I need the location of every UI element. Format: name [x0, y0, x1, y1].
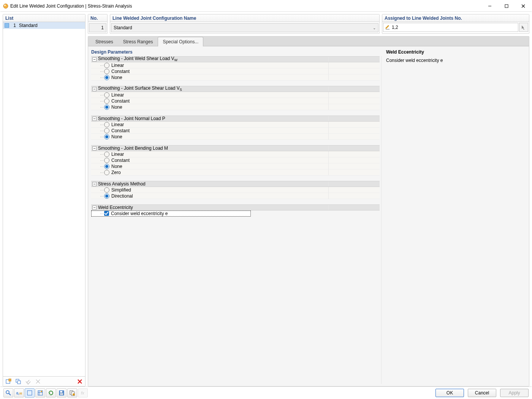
tab-stress-ranges[interactable]: Stress Ranges	[118, 37, 158, 46]
option-constant[interactable]: Constant	[91, 157, 380, 163]
option-linear[interactable]: Linear	[91, 62, 380, 68]
help-title: Weld Eccentricity	[386, 49, 524, 55]
parameter-grid[interactable]: Smoothing - Joint Weld Shear Load VW Lin…	[91, 56, 382, 384]
option-constant[interactable]: Constant	[91, 98, 380, 104]
option-none[interactable]: None	[91, 104, 380, 110]
list-toolbar	[3, 376, 85, 386]
list-item-icon	[5, 23, 9, 28]
svg-point-24	[73, 393, 75, 396]
chevron-down-icon: ⌄	[373, 26, 376, 30]
number-field: No.	[88, 14, 108, 34]
svg-point-1	[4, 5, 6, 6]
group-smoothing-bending-load[interactable]: Smoothing - Joint Bending Load M	[91, 145, 380, 151]
option-none[interactable]: None	[91, 163, 380, 169]
view-mode-2-button[interactable]	[35, 388, 45, 397]
svg-rect-9	[17, 381, 21, 384]
option-none[interactable]: None	[91, 74, 380, 81]
option-linear[interactable]: Linear	[91, 151, 380, 157]
list-header: List	[3, 14, 85, 22]
copy-settings-button[interactable]	[67, 388, 77, 397]
assigned-value: 1,2	[392, 25, 398, 30]
save-template-button[interactable]	[57, 388, 66, 397]
option-simplified[interactable]: Simplified	[91, 187, 380, 193]
pick-objects-button[interactable]	[519, 23, 528, 32]
list-item-label: Standard	[19, 23, 38, 28]
number-input[interactable]	[89, 23, 106, 32]
copy-item-button[interactable]	[14, 377, 23, 386]
tab-stresses[interactable]: Stresses	[90, 37, 118, 46]
refresh-button[interactable]	[46, 388, 56, 397]
list-item[interactable]: 1 Standard	[3, 22, 85, 29]
check-all-button	[24, 377, 33, 386]
close-button[interactable]	[515, 0, 532, 12]
section-title: Design Parameters	[91, 49, 382, 56]
option-none[interactable]: None	[91, 134, 380, 140]
view-mode-1-button[interactable]	[25, 388, 35, 397]
window-title: Edit Line Welded Joint Configuration | S…	[10, 3, 132, 9]
name-combobox[interactable]: Standard ⌄	[111, 23, 378, 32]
function-button: fx	[78, 388, 88, 397]
collapse-icon[interactable]	[92, 57, 97, 62]
option-zero[interactable]: Zero	[91, 169, 380, 176]
tab-special-options[interactable]: Special Options...	[158, 37, 203, 46]
svg-point-12	[6, 391, 9, 394]
svg-rect-7	[9, 379, 11, 381]
option-linear[interactable]: Linear	[91, 92, 380, 98]
option-constant[interactable]: Constant	[91, 128, 380, 134]
assigned-input[interactable]: 1,2	[383, 23, 518, 32]
uncheck-all-button	[33, 377, 43, 386]
collapse-icon[interactable]	[92, 87, 97, 91]
dialog-window: Edit Line Welded Joint Configuration | S…	[0, 0, 532, 399]
right-area: No. Line Welded Joint Configuration Name…	[88, 14, 529, 386]
option-consider-eccentricity[interactable]: Consider weld eccentricity e	[91, 211, 251, 217]
configuration-list[interactable]: 1 Standard	[3, 22, 85, 376]
svg-rect-21	[60, 393, 63, 395]
svg-text:0,: 0,	[16, 391, 19, 395]
new-item-button[interactable]	[4, 377, 13, 386]
option-linear[interactable]: Linear	[91, 122, 380, 128]
minimize-button[interactable]	[481, 0, 498, 12]
assigned-header: Assigned to Line Welded Joints No.	[382, 14, 529, 22]
help-text: Consider weld eccentricity e	[386, 58, 524, 63]
radio-icon	[104, 69, 109, 74]
svg-text:00: 00	[19, 392, 22, 395]
svg-rect-20	[60, 391, 62, 393]
collapse-icon[interactable]	[92, 117, 97, 121]
bottom-toolbar: 0,00 fx OK Cancel Apply	[0, 386, 532, 399]
name-value: Standard	[114, 25, 132, 30]
cancel-button[interactable]: Cancel	[468, 389, 496, 397]
svg-line-13	[9, 393, 11, 395]
checkbox-checked-icon	[104, 211, 109, 216]
option-constant[interactable]: Constant	[91, 68, 380, 74]
svg-point-0	[3, 4, 8, 8]
group-smoothing-normal-load[interactable]: Smoothing - Joint Normal Load P	[91, 116, 380, 122]
option-directional[interactable]: Directional	[91, 193, 380, 199]
find-button[interactable]	[3, 388, 13, 397]
svg-point-18	[41, 391, 42, 392]
group-stress-analysis-method[interactable]: Stress Analysis Method	[91, 181, 380, 187]
units-button[interactable]: 0,00	[14, 388, 24, 397]
apply-button: Apply	[500, 389, 529, 397]
collapse-icon[interactable]	[92, 206, 97, 210]
list-panel: List 1 Standard	[3, 14, 86, 386]
assigned-field: Assigned to Line Welded Joints No. 1,2	[382, 14, 529, 34]
help-panel: Weld Eccentricity Consider weld eccentri…	[382, 46, 529, 386]
group-smoothing-surface-shear[interactable]: Smoothing - Joint Surface Shear Load VS	[91, 86, 380, 92]
parameters-column: Design Parameters Smoothing - Joint Weld…	[88, 46, 382, 386]
delete-item-button[interactable]	[75, 377, 84, 386]
tabs-container: Stresses Stress Ranges Special Options..…	[88, 36, 529, 386]
maximize-button[interactable]	[498, 0, 515, 12]
ok-button[interactable]: OK	[435, 389, 464, 397]
collapse-icon[interactable]	[92, 146, 97, 150]
svg-text:fx: fx	[81, 391, 84, 395]
name-header: Line Welded Joint Configuration Name	[110, 14, 379, 22]
list-item-number: 1	[11, 23, 17, 28]
tabs-strip: Stresses Stress Ranges Special Options..…	[88, 36, 529, 46]
svg-rect-16	[27, 391, 32, 395]
weld-icon	[385, 25, 390, 30]
group-weld-eccentricity[interactable]: Weld Eccentricity	[91, 204, 380, 211]
title-bar: Edit Line Welded Joint Configuration | S…	[0, 0, 532, 12]
name-field: Line Welded Joint Configuration Name Sta…	[110, 14, 380, 34]
collapse-icon[interactable]	[92, 182, 97, 186]
group-smoothing-weld-shear[interactable]: Smoothing - Joint Weld Shear Load VW	[91, 56, 380, 62]
